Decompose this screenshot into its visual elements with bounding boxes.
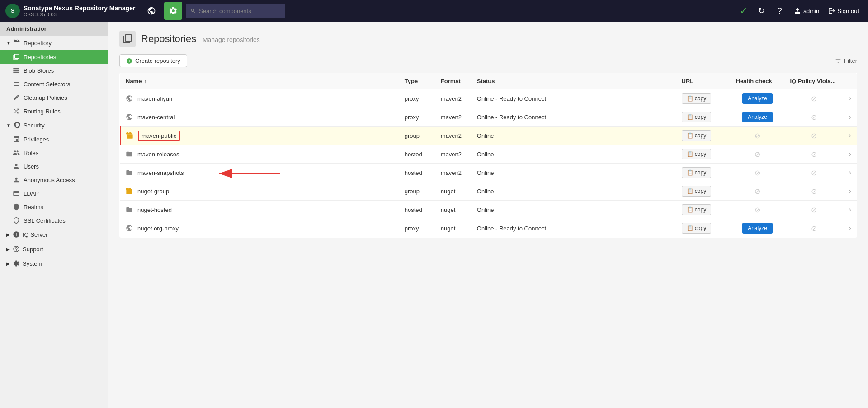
copy-url-button[interactable]: 📋 copy <box>682 130 712 141</box>
sidebar-group-security-label: Security <box>24 122 45 129</box>
cell-health[interactable]: Analyze <box>731 108 785 127</box>
search-input[interactable] <box>199 8 281 14</box>
row-expand-icon[interactable]: › <box>849 113 851 121</box>
copy-url-button[interactable]: 📋 copy <box>682 112 712 122</box>
cell-url[interactable]: 📋 copy <box>676 127 731 145</box>
repo-name: maven-releases <box>137 151 179 158</box>
sidebar-item-blob-stores[interactable]: Blob Stores <box>0 64 108 77</box>
sidebar-item-cleanup-policies[interactable]: Cleanup Policies <box>0 91 108 104</box>
copy-url-button[interactable]: 📋 copy <box>682 93 712 104</box>
signout-label: Sign out <box>837 8 859 14</box>
cell-url[interactable]: 📋 copy <box>676 89 731 108</box>
col-header-status[interactable]: Status <box>472 73 676 89</box>
col-header-format[interactable]: Format <box>435 73 472 89</box>
row-expand-icon[interactable]: › <box>849 224 851 232</box>
row-expand-icon[interactable]: › <box>849 187 851 195</box>
sidebar-item-repositories[interactable]: Repositories <box>0 50 108 64</box>
sidebar-item-routing-rules[interactable]: Routing Rules <box>0 104 108 118</box>
cell-chevron[interactable]: › <box>844 219 857 238</box>
table-row[interactable]: maven-releases hosted maven2 Online 📋 co… <box>120 145 857 164</box>
table-row[interactable]: nuget.org-proxy proxy nuget Online - Rea… <box>120 219 857 238</box>
table-row[interactable]: maven-central proxy maven2 Online - Read… <box>120 108 857 127</box>
cell-iq: ⊘ <box>785 164 844 182</box>
sidebar-item-ldap[interactable]: LDAP <box>0 187 108 200</box>
analyze-button[interactable]: Analyze <box>742 112 773 122</box>
sidebar-group-repository[interactable]: ▼ Repository <box>0 36 108 50</box>
col-header-type[interactable]: Type <box>399 73 435 89</box>
table-row[interactable]: maven-aliyun proxy maven2 Online - Ready… <box>120 89 857 108</box>
sidebar-item-content-selectors[interactable]: Content Selectors <box>0 77 108 91</box>
cell-url[interactable]: 📋 copy <box>676 108 731 127</box>
copy-url-button[interactable]: 📋 copy <box>682 149 712 159</box>
cell-chevron[interactable]: › <box>844 164 857 182</box>
cell-chevron[interactable]: › <box>844 108 857 127</box>
copy-url-button[interactable]: 📋 copy <box>682 204 712 215</box>
user-menu[interactable]: admin <box>790 5 823 17</box>
iq-disabled-icon: ⊘ <box>811 188 817 195</box>
admin-icon-btn[interactable] <box>164 2 182 20</box>
signout-btn[interactable]: Sign out <box>825 5 863 16</box>
repo-type-icon <box>126 95 135 103</box>
copy-url-button[interactable]: 📋 copy <box>682 223 712 234</box>
cell-status: Online <box>472 201 676 219</box>
row-expand-icon[interactable]: › <box>849 206 851 213</box>
table-row[interactable]: maven-public group maven2 Online 📋 copy … <box>120 127 857 145</box>
cell-status: Online - Ready to Connect <box>472 89 676 108</box>
cell-url[interactable]: 📋 copy <box>676 182 731 201</box>
sidebar-item-ssl-certificates[interactable]: SSL Certificates <box>0 214 108 227</box>
refresh-btn[interactable]: ↻ <box>754 3 770 19</box>
cell-iq: ⊘ <box>785 201 844 219</box>
cell-health[interactable]: ⊘ <box>731 201 785 219</box>
sidebar-item-privileges[interactable]: Privileges <box>0 132 108 146</box>
cell-chevron[interactable]: › <box>844 127 857 145</box>
cell-health[interactable]: ⊘ <box>731 127 785 145</box>
sidebar-item-blob-stores-label: Blob Stores <box>24 67 54 74</box>
analyze-button[interactable]: Analyze <box>742 223 773 234</box>
row-expand-icon[interactable]: › <box>849 94 851 102</box>
sidebar-item-anonymous-access[interactable]: Anonymous Access <box>0 173 108 187</box>
cell-url[interactable]: 📋 copy <box>676 164 731 182</box>
row-expand-icon[interactable]: › <box>849 150 851 158</box>
cell-chevron[interactable]: › <box>844 201 857 219</box>
sidebar-item-cleanup-policies-label: Cleanup Policies <box>24 94 67 101</box>
cell-url[interactable]: 📋 copy <box>676 219 731 238</box>
sidebar-item-users[interactable]: Users <box>0 159 108 173</box>
col-header-url[interactable]: URL <box>676 73 731 89</box>
cell-url[interactable]: 📋 copy <box>676 201 731 219</box>
cell-health[interactable]: ⊘ <box>731 164 785 182</box>
sidebar-group-security[interactable]: ▼ Security <box>0 118 108 132</box>
col-header-iq[interactable]: IQ Policy Viola... <box>785 73 844 89</box>
search-box[interactable] <box>186 4 285 18</box>
row-expand-icon[interactable]: › <box>849 131 851 139</box>
sidebar-group-iq-server[interactable]: ▶ IQ Server <box>0 227 108 242</box>
sidebar-item-roles[interactable]: Roles <box>0 146 108 159</box>
filter-icon <box>835 58 841 64</box>
iq-disabled-icon: ⊘ <box>811 169 817 177</box>
cell-url[interactable]: 📋 copy <box>676 145 731 164</box>
cell-health[interactable]: Analyze <box>731 219 785 238</box>
create-repository-button[interactable]: Create repository <box>119 54 187 67</box>
col-header-name[interactable]: Name ↑ <box>120 73 399 89</box>
col-format-label: Format <box>441 78 461 84</box>
cell-health[interactable]: Analyze <box>731 89 785 108</box>
browse-icon-btn[interactable] <box>142 2 160 20</box>
row-expand-icon[interactable]: › <box>849 169 851 176</box>
chevron-down-icon-2: ▼ <box>6 123 11 128</box>
cell-health[interactable]: ⊘ <box>731 182 785 201</box>
analyze-button[interactable]: Analyze <box>742 93 773 104</box>
cell-chevron[interactable]: › <box>844 89 857 108</box>
table-row[interactable]: nuget-group group nuget Online 📋 copy ⊘ … <box>120 182 857 201</box>
cell-format: maven2 <box>435 108 472 127</box>
cell-chevron[interactable]: › <box>844 145 857 164</box>
sidebar-group-support[interactable]: ▶ Support <box>0 242 108 256</box>
sidebar-item-realms[interactable]: Realms <box>0 200 108 214</box>
copy-url-button[interactable]: 📋 copy <box>682 186 712 197</box>
table-row[interactable]: maven-snapshots hosted maven2 Online 📋 c… <box>120 164 857 182</box>
copy-url-button[interactable]: 📋 copy <box>682 167 712 178</box>
cell-health[interactable]: ⊘ <box>731 145 785 164</box>
col-header-health[interactable]: Health check <box>731 73 785 89</box>
help-btn[interactable]: ? <box>772 3 788 19</box>
cell-chevron[interactable]: › <box>844 182 857 201</box>
sidebar-group-system[interactable]: ▶ System <box>0 256 108 271</box>
table-row[interactable]: nuget-hosted hosted nuget Online 📋 copy … <box>120 201 857 219</box>
